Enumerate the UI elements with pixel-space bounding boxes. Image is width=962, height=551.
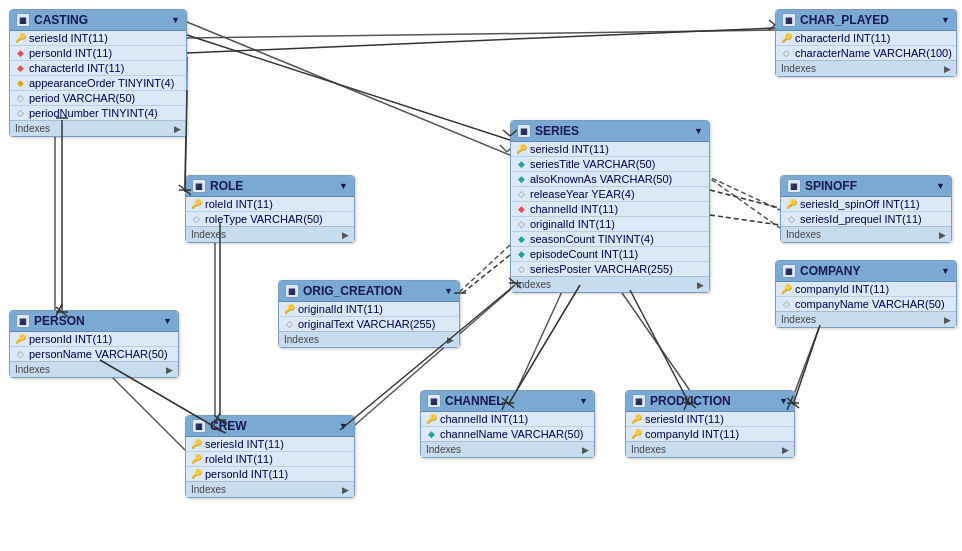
spinoff-header: ▦ SPINOFF ▼: [781, 176, 951, 197]
svg-line-10: [620, 290, 700, 405]
channel-indexes[interactable]: Indexes ▶: [421, 441, 594, 457]
company-dropdown[interactable]: ▼: [941, 266, 950, 276]
key-icon: 🔑: [631, 414, 641, 424]
orig-creation-title: ORIG_CREATION: [303, 284, 402, 298]
table-row: 🔑 seriesId INT(11): [626, 412, 794, 427]
company-indexes[interactable]: Indexes ▶: [776, 311, 956, 327]
diamond-outline-icon: ◇: [284, 319, 294, 329]
orig-creation-dropdown[interactable]: ▼: [444, 286, 453, 296]
table-row: 🔑 seriesId INT(11): [10, 31, 186, 46]
orig-creation-header-icon: ▦: [285, 284, 299, 298]
production-table: ▦ PRODUCTION ▼ 🔑 seriesId INT(11) 🔑 comp…: [625, 390, 795, 458]
key-icon: 🔑: [15, 334, 25, 344]
table-row: ◇ originalText VARCHAR(255): [279, 317, 459, 331]
svg-line-16: [503, 130, 510, 136]
diamond-icon: ◆: [15, 48, 25, 58]
diamond-outline-icon: ◇: [786, 214, 796, 224]
indexes-arrow: ▶: [782, 445, 789, 455]
series-dropdown[interactable]: ▼: [694, 126, 703, 136]
diamond-outline-icon: ◇: [15, 93, 25, 103]
table-row: 🔑 personId INT(11): [186, 467, 354, 481]
table-row: 🔑 companyId INT(11): [626, 427, 794, 441]
diamond-red-icon: ◆: [516, 204, 526, 214]
char-played-body: 🔑 characterId INT(11) ◇ characterName VA…: [776, 31, 956, 60]
key-icon: 🔑: [15, 33, 25, 43]
company-header: ▦ COMPANY ▼: [776, 261, 956, 282]
svg-line-7: [705, 175, 780, 228]
table-row: 🔑 roleId INT(11): [186, 197, 354, 212]
diamond-outline-icon: ◇: [191, 214, 201, 224]
company-table: ▦ COMPANY ▼ 🔑 companyId INT(11) ◇ compan…: [775, 260, 957, 328]
table-row: ◆ characterId INT(11): [10, 61, 186, 76]
casting-body: 🔑 seriesId INT(11) ◆ personId INT(11) ◆ …: [10, 31, 186, 120]
char-played-title: CHAR_PLAYED: [800, 13, 889, 27]
channel-header-icon: ▦: [427, 394, 441, 408]
table-row: ◇ originalId INT(11): [511, 217, 709, 232]
table-row: ◆ appearanceOrder TINYINT(4): [10, 76, 186, 91]
diamond-teal-icon: ◆: [516, 249, 526, 259]
indexes-arrow: ▶: [174, 124, 181, 134]
role-table: ▦ ROLE ▼ 🔑 roleId INT(11) ◇ roleType VAR…: [185, 175, 355, 243]
table-row: 🔑 roleId INT(11): [186, 452, 354, 467]
diamond-icon: ◆: [15, 63, 25, 73]
person-indexes[interactable]: Indexes ▶: [10, 361, 178, 377]
svg-line-43: [630, 290, 690, 405]
spinoff-indexes[interactable]: Indexes ▶: [781, 226, 951, 242]
company-body: 🔑 companyId INT(11) ◇ companyName VARCHA…: [776, 282, 956, 311]
key-icon: 🔑: [191, 469, 201, 479]
crew-dropdown[interactable]: ▼: [339, 421, 348, 431]
table-row: 🔑 seriesId INT(11): [186, 437, 354, 452]
table-row: 🔑 seriesId_spinOff INT(11): [781, 197, 951, 212]
diamond-teal-icon: ◆: [516, 234, 526, 244]
orig-creation-body: 🔑 originalId INT(11) ◇ originalText VARC…: [279, 302, 459, 331]
channel-title: CHANNEL: [445, 394, 504, 408]
role-indexes[interactable]: Indexes ▶: [186, 226, 354, 242]
char-played-dropdown[interactable]: ▼: [941, 15, 950, 25]
table-row: ◆ alsoKnownAs VARCHAR(50): [511, 172, 709, 187]
spinoff-table: ▦ SPINOFF ▼ 🔑 seriesId_spinOff INT(11) ◇…: [780, 175, 952, 243]
casting-header: ▦ CASTING ▼: [10, 10, 186, 31]
diamond-teal-icon: ◆: [426, 429, 436, 439]
role-dropdown[interactable]: ▼: [339, 181, 348, 191]
company-title: COMPANY: [800, 264, 860, 278]
casting-title: CASTING: [34, 13, 88, 27]
indexes-arrow: ▶: [944, 64, 951, 74]
indexes-arrow: ▶: [166, 365, 173, 375]
indexes-arrow: ▶: [582, 445, 589, 455]
crew-indexes[interactable]: Indexes ▶: [186, 481, 354, 497]
table-row: 🔑 characterId INT(11): [776, 31, 956, 46]
diamond-outline-icon: ◇: [781, 299, 791, 309]
series-indexes[interactable]: Indexes ▶: [511, 276, 709, 292]
table-row: ◇ releaseYear YEAR(4): [511, 187, 709, 202]
crew-table: ▦ CREW ▼ 🔑 seriesId INT(11) 🔑 roleId INT…: [185, 415, 355, 498]
orig-creation-indexes[interactable]: Indexes ▶: [279, 331, 459, 347]
casting-indexes[interactable]: Indexes ▶: [10, 120, 186, 136]
spinoff-dropdown[interactable]: ▼: [936, 181, 945, 191]
channel-dropdown[interactable]: ▼: [579, 396, 588, 406]
orig-creation-table: ▦ ORIG_CREATION ▼ 🔑 originalId INT(11) ◇…: [278, 280, 460, 348]
char-played-indexes[interactable]: Indexes ▶: [776, 60, 956, 76]
role-body: 🔑 roleId INT(11) ◇ roleType VARCHAR(50): [186, 197, 354, 226]
production-indexes[interactable]: Indexes ▶: [626, 441, 794, 457]
key-icon: 🔑: [516, 144, 526, 154]
company-header-icon: ▦: [782, 264, 796, 278]
casting-table: ▦ CASTING ▼ 🔑 seriesId INT(11) ◆ personI…: [9, 9, 187, 137]
diamond-teal-icon: ◆: [516, 159, 526, 169]
key-icon: 🔑: [781, 33, 791, 43]
key-icon: 🔑: [781, 284, 791, 294]
series-header: ▦ SERIES ▼: [511, 121, 709, 142]
channel-table: ▦ CHANNEL ▼ 🔑 channelId INT(11) ◆ channe…: [420, 390, 595, 458]
table-row: ◇ companyName VARCHAR(50): [776, 297, 956, 311]
table-row: ◇ seriesId_prequel INT(11): [781, 212, 951, 226]
casting-dropdown[interactable]: ▼: [171, 15, 180, 25]
table-row: ◆ seriesTitle VARCHAR(50): [511, 157, 709, 172]
person-dropdown[interactable]: ▼: [163, 316, 172, 326]
indexes-arrow: ▶: [939, 230, 946, 240]
svg-line-8: [510, 285, 565, 405]
production-dropdown[interactable]: ▼: [779, 396, 788, 406]
key-icon: 🔑: [631, 429, 641, 439]
role-title: ROLE: [210, 179, 243, 193]
person-body: 🔑 personId INT(11) ◇ personName VARCHAR(…: [10, 332, 178, 361]
table-row: 🔑 companyId INT(11): [776, 282, 956, 297]
table-row: ◇ periodNumber TINYINT(4): [10, 106, 186, 120]
